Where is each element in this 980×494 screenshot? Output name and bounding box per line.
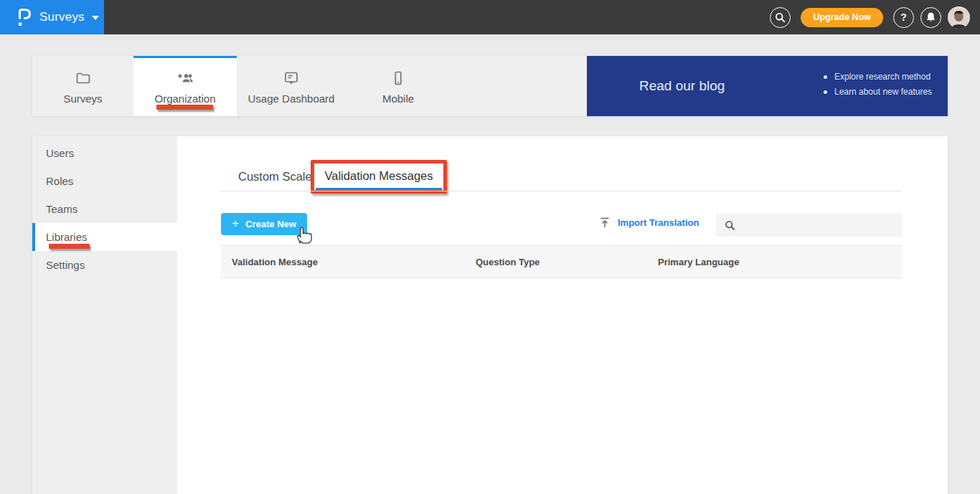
nav-tab-surveys[interactable]: Surveys [32, 56, 133, 116]
product-switcher[interactable]: Surveys [0, 0, 104, 34]
nav-tab-label: Mobile [382, 92, 414, 105]
sidebar-item-label: Teams [46, 203, 77, 215]
libraries-panel: Custom Scales Validation Messages + Crea… [177, 136, 948, 494]
nav-tab-label: Organization [154, 92, 215, 105]
sidebar-item-label: Roles [46, 175, 73, 187]
table-search [716, 214, 902, 237]
sidebar-item-settings[interactable]: Settings [32, 251, 177, 279]
sidebar-item-libraries[interactable]: Libraries [32, 223, 177, 251]
search-input[interactable] [741, 214, 902, 237]
search-icon [775, 12, 786, 23]
folder-icon [75, 70, 92, 87]
upload-icon [599, 217, 611, 229]
nav-tab-usage-dashboard[interactable]: Usage Dashboard [237, 56, 346, 116]
tab-custom-scales[interactable]: Custom Scales [238, 170, 318, 184]
nav-tab-organization[interactable]: Organization [133, 56, 237, 116]
annotation-underline-libraries [49, 244, 90, 249]
sidebar-item-label: Users [46, 147, 74, 159]
sidebar: Users Roles Teams Libraries Settings [32, 136, 177, 494]
sidebar-item-teams[interactable]: Teams [32, 195, 177, 223]
column-header-validation-message[interactable]: Validation Message [232, 246, 318, 279]
nav-tab-label: Surveys [63, 92, 102, 105]
annotation-underline-organization [156, 105, 213, 110]
topbar-actions: Upgrade Now ? [770, 0, 970, 34]
plus-icon: + [232, 217, 239, 229]
upgrade-now-button[interactable]: Upgrade Now [801, 8, 883, 27]
nav-tab-mobile[interactable]: Mobile [346, 56, 451, 116]
blog-bullet: Learn about new features [824, 85, 932, 100]
blog-banner[interactable]: Read our blog Explore research method Le… [587, 56, 948, 116]
sidebar-item-roles[interactable]: Roles [32, 167, 177, 195]
sidebar-item-label: Libraries [46, 231, 88, 243]
notifications-button[interactable] [920, 7, 941, 28]
question-mark-icon: ? [900, 11, 907, 23]
search-button[interactable] [770, 7, 791, 28]
create-new-label: Create New [245, 219, 296, 229]
tabs-divider [220, 191, 902, 191]
table-header-row: Validation Message Question Type Primary… [220, 245, 902, 278]
tab-validation-messages[interactable]: Validation Messages [316, 163, 442, 190]
sidebar-item-users[interactable]: Users [32, 139, 177, 167]
import-translation-link[interactable]: Import Translation [599, 217, 699, 229]
column-header-question-type[interactable]: Question Type [476, 246, 540, 279]
column-header-primary-language[interactable]: Primary Language [658, 246, 739, 279]
topbar: Surveys Upgrade Now ? [0, 0, 980, 34]
content-card: Users Roles Teams Libraries Settings Cus… [32, 136, 948, 494]
create-new-button[interactable]: + Create New [221, 213, 307, 235]
chevron-down-icon [92, 16, 99, 20]
blog-bullet: Explore research method [824, 70, 932, 85]
help-button[interactable]: ? [893, 7, 914, 28]
avatar[interactable] [948, 6, 970, 29]
import-translation-label: Import Translation [618, 217, 699, 228]
bell-icon [925, 11, 936, 23]
search-icon [725, 220, 735, 231]
app-window: Surveys Upgrade Now ? [0, 0, 980, 494]
avatar-photo [948, 8, 970, 29]
blog-banner-bullets: Explore research method Learn about new … [824, 70, 932, 100]
blog-banner-title: Read our blog [639, 78, 725, 94]
dashboard-icon [283, 70, 300, 87]
product-label: Surveys [39, 10, 85, 24]
questionpro-logo-icon [17, 7, 32, 27]
nav-tab-label: Usage Dashboard [248, 92, 335, 105]
module-nav: Surveys Organization Usage Dashboard [32, 56, 948, 116]
sidebar-item-label: Settings [46, 259, 85, 271]
group-add-icon [176, 70, 194, 87]
annotation-box-validation-messages: Validation Messages [311, 160, 447, 194]
mobile-icon [390, 70, 407, 87]
